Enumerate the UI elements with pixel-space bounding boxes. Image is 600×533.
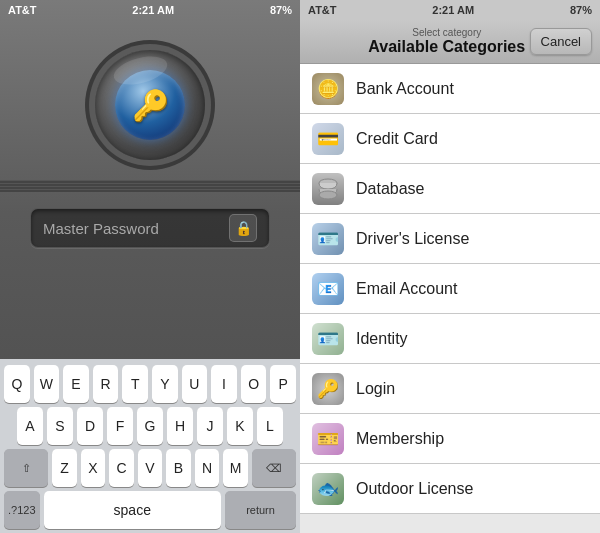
category-label-outdoor-license: Outdoor License (356, 480, 473, 498)
password-placeholder-label: Master Password (43, 220, 159, 237)
delete-key[interactable]: ⌫ (252, 449, 296, 487)
category-item-drivers-license[interactable]: 🪪 Driver's License (300, 214, 600, 264)
shift-key[interactable]: ⇧ (4, 449, 48, 487)
category-label-email-account: Email Account (356, 280, 457, 298)
nav-subtitle: Select category (412, 27, 481, 38)
identity-icon: 🪪 (312, 323, 344, 355)
key-k[interactable]: K (227, 407, 253, 445)
key-l[interactable]: L (257, 407, 283, 445)
key-e[interactable]: E (63, 365, 89, 403)
keyboard-bottom-row: .?123 space return (4, 491, 296, 529)
nav-bar: Select category Available Categories Can… (300, 20, 600, 64)
email-account-icon: 📧 (312, 273, 344, 305)
lock-icon: 🔒 (235, 220, 252, 236)
numbers-key[interactable]: .?123 (4, 491, 40, 529)
lock-icon-box: 🔒 (229, 214, 257, 242)
key-h[interactable]: H (167, 407, 193, 445)
key-r[interactable]: R (93, 365, 119, 403)
keyboard-row-3: ⇧ Z X C V B N M ⌫ (4, 449, 296, 487)
key-g[interactable]: G (137, 407, 163, 445)
logo-key-icon: 🔑 (132, 88, 169, 123)
credit-card-icon: 💳 (312, 123, 344, 155)
carrier-left: AT&T (8, 4, 37, 16)
category-label-bank-account: Bank Account (356, 80, 454, 98)
key-m[interactable]: M (223, 449, 248, 487)
category-label-login: Login (356, 380, 395, 398)
key-t[interactable]: T (122, 365, 148, 403)
svg-point-1 (319, 191, 337, 199)
key-i[interactable]: I (211, 365, 237, 403)
bank-account-icon: 🪙 (312, 73, 344, 105)
time-left: 2:21 AM (132, 4, 174, 16)
key-n[interactable]: N (195, 449, 220, 487)
status-bar-right: AT&T 2:21 AM 87% (300, 0, 600, 20)
status-bar-left: AT&T 2:21 AM 87% (0, 0, 300, 20)
app-logo: 🔑 (95, 50, 205, 160)
left-panel: AT&T 2:21 AM 87% 🔑 Master Password 🔒 Q W… (0, 0, 300, 533)
login-icon: 🔑 (312, 373, 344, 405)
key-v[interactable]: V (138, 449, 163, 487)
database-icon (312, 173, 344, 205)
key-w[interactable]: W (34, 365, 60, 403)
category-item-credit-card[interactable]: 💳 Credit Card (300, 114, 600, 164)
category-item-outdoor-license[interactable]: 🐟 Outdoor License (300, 464, 600, 514)
category-label-credit-card: Credit Card (356, 130, 438, 148)
key-y[interactable]: Y (152, 365, 178, 403)
key-j[interactable]: J (197, 407, 223, 445)
key-b[interactable]: B (166, 449, 191, 487)
key-p[interactable]: P (270, 365, 296, 403)
keyboard: Q W E R T Y U I O P A S D F G H J K L ⇧ … (0, 359, 300, 533)
category-item-bank-account[interactable]: 🪙 Bank Account (300, 64, 600, 114)
key-f[interactable]: F (107, 407, 133, 445)
category-item-identity[interactable]: 🪪 Identity (300, 314, 600, 364)
key-s[interactable]: S (47, 407, 73, 445)
space-key[interactable]: space (44, 491, 222, 529)
master-password-field[interactable]: Master Password 🔒 (30, 208, 270, 248)
nav-title-area: Select category Available Categories (364, 27, 530, 56)
membership-icon: 🎫 (312, 423, 344, 455)
category-list: 🪙 Bank Account 💳 Credit Card Database (300, 64, 600, 533)
return-key[interactable]: return (225, 491, 296, 529)
category-item-database[interactable]: Database (300, 164, 600, 214)
logo-inner: 🔑 (115, 70, 185, 140)
key-q[interactable]: Q (4, 365, 30, 403)
nav-title: Available Categories (368, 38, 525, 56)
cancel-button[interactable]: Cancel (530, 28, 592, 55)
drivers-license-icon: 🪪 (312, 223, 344, 255)
key-z[interactable]: Z (52, 449, 77, 487)
time-right: 2:21 AM (432, 4, 474, 16)
key-o[interactable]: O (241, 365, 267, 403)
key-c[interactable]: C (109, 449, 134, 487)
category-label-identity: Identity (356, 330, 408, 348)
outdoor-license-icon: 🐟 (312, 473, 344, 505)
category-item-membership[interactable]: 🎫 Membership (300, 414, 600, 464)
key-u[interactable]: U (182, 365, 208, 403)
divider-lines (0, 180, 300, 192)
category-label-database: Database (356, 180, 425, 198)
keyboard-row-1: Q W E R T Y U I O P (4, 365, 296, 403)
password-section: Master Password 🔒 (30, 208, 270, 248)
keyboard-row-2: A S D F G H J K L (4, 407, 296, 445)
right-panel: AT&T 2:21 AM 87% Select category Availab… (300, 0, 600, 533)
category-item-login[interactable]: 🔑 Login (300, 364, 600, 414)
key-x[interactable]: X (81, 449, 106, 487)
carrier-right: AT&T (308, 4, 337, 16)
key-d[interactable]: D (77, 407, 103, 445)
key-a[interactable]: A (17, 407, 43, 445)
battery-right: 87% (570, 4, 592, 16)
category-label-drivers-license: Driver's License (356, 230, 469, 248)
battery-left: 87% (270, 4, 292, 16)
category-label-membership: Membership (356, 430, 444, 448)
category-item-email-account[interactable]: 📧 Email Account (300, 264, 600, 314)
